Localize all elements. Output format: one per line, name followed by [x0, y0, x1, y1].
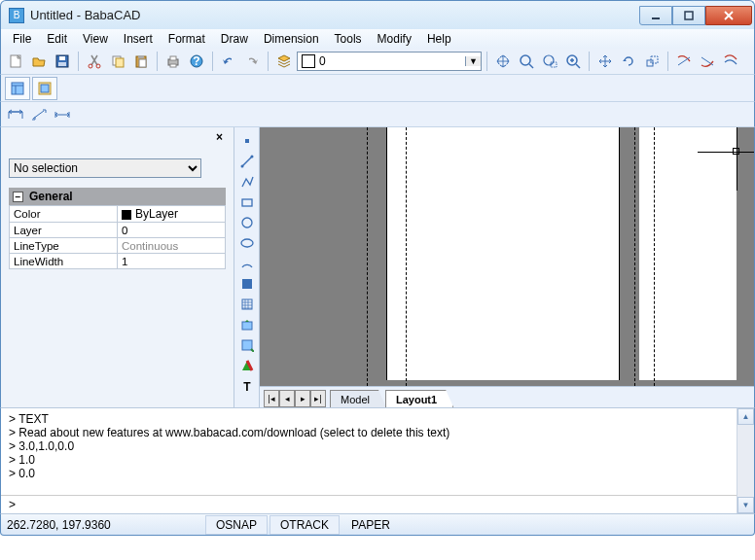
minimize-button[interactable] [639, 6, 672, 25]
scroll-up-icon[interactable]: ▲ [737, 408, 754, 425]
svg-point-19 [521, 55, 530, 65]
layer-color-swatch [302, 54, 315, 68]
open-button[interactable] [28, 51, 50, 72]
svg-point-34 [241, 239, 253, 247]
collapse-icon[interactable]: − [13, 192, 23, 202]
menu-file[interactable]: File [5, 30, 39, 48]
titlebar: B Untitled - BabaCAD [0, 0, 755, 29]
properties-panel-button[interactable] [5, 77, 30, 100]
properties-close-icon[interactable]: × [216, 130, 228, 142]
tab-last-button[interactable]: ▸| [310, 390, 326, 407]
selection-dropdown[interactable]: No selection [9, 158, 201, 178]
properties-table: ColorByLayer Layer0 LineTypeContinuous L… [9, 205, 226, 269]
prop-row-linewidth: LineWidth1 [10, 254, 226, 269]
svg-rect-0 [652, 18, 660, 19]
prop-row-layer: Layer0 [10, 223, 226, 238]
paste-button[interactable] [130, 51, 152, 72]
menu-tools[interactable]: Tools [327, 30, 370, 48]
menu-modify[interactable]: Modify [370, 30, 419, 48]
tab-layout1[interactable]: Layout1 [385, 390, 453, 407]
svg-rect-1 [685, 12, 693, 19]
canvas-wrap: |◂ ◂ ▸ ▸| Model Layout1 [260, 127, 754, 407]
tab-first-button[interactable]: |◂ [264, 390, 279, 407]
text-button[interactable]: T [236, 376, 258, 396]
zoom-in-button[interactable] [562, 51, 584, 72]
menu-view[interactable]: View [75, 30, 116, 48]
redo-button[interactable] [241, 51, 263, 72]
svg-rect-5 [58, 62, 66, 66]
layers-panel-button[interactable] [32, 77, 57, 100]
prop-row-color: ColorByLayer [10, 206, 226, 223]
command-history[interactable]: > TEXT > Read about new features at www.… [1, 408, 737, 495]
svg-rect-35 [242, 279, 252, 289]
zoom-window-button[interactable] [539, 51, 560, 72]
osnap-toggle[interactable]: OSNAP [205, 515, 268, 535]
svg-point-20 [544, 55, 554, 65]
zoom-extents-button[interactable] [516, 51, 537, 72]
layer-combo[interactable]: ▼ [297, 52, 482, 71]
tab-prev-button[interactable]: ◂ [279, 390, 295, 407]
svg-text:T: T [243, 380, 251, 393]
hatch-pattern-button[interactable] [236, 295, 258, 314]
close-button[interactable] [705, 6, 752, 25]
color-swatch-icon [122, 210, 131, 220]
svg-rect-11 [139, 59, 146, 67]
svg-rect-32 [242, 199, 252, 206]
command-input[interactable]: > [1, 495, 737, 513]
scale-button[interactable] [641, 51, 663, 72]
undo-button[interactable] [218, 51, 239, 72]
paper-toggle[interactable]: PAPER [342, 516, 400, 534]
prop-group-header[interactable]: − General [9, 188, 226, 205]
svg-rect-25 [12, 83, 23, 94]
scroll-down-icon[interactable]: ▼ [737, 497, 754, 513]
drawing-canvas[interactable] [260, 127, 754, 386]
svg-rect-15 [170, 64, 176, 67]
help-button[interactable]: ? [186, 51, 207, 72]
dim-horizontal-button[interactable] [52, 104, 73, 125]
point-button[interactable] [236, 131, 258, 151]
tab-model[interactable]: Model [330, 390, 386, 407]
window-title: Untitled - BabaCAD [30, 8, 639, 22]
cut-button[interactable] [84, 51, 105, 72]
pan-button[interactable] [492, 51, 514, 72]
menu-edit[interactable]: Edit [39, 30, 75, 48]
offset-button[interactable] [720, 51, 741, 72]
new-button[interactable] [5, 51, 26, 72]
layer-dropdown-icon[interactable]: ▼ [465, 56, 481, 66]
print-button[interactable] [162, 51, 184, 72]
arc-button[interactable] [236, 254, 258, 273]
maximize-button[interactable] [672, 6, 705, 25]
command-scrollbar[interactable]: ▲ ▼ [737, 408, 754, 513]
layer-value[interactable] [319, 54, 465, 68]
hatch-color-button[interactable] [236, 356, 258, 375]
extend-button[interactable] [697, 51, 718, 72]
hatch-fill-button[interactable] [236, 274, 258, 294]
dim-linear-button[interactable] [5, 104, 26, 125]
circle-button[interactable] [236, 213, 258, 232]
trim-button[interactable] [673, 51, 695, 72]
block-button[interactable] [236, 315, 258, 334]
layout-tabs: |◂ ◂ ▸ ▸| Model Layout1 [260, 386, 754, 407]
dim-aligned-button[interactable] [28, 104, 50, 125]
copy-button[interactable] [107, 51, 128, 72]
menu-insert[interactable]: Insert [116, 30, 161, 48]
svg-text:?: ? [193, 54, 199, 68]
otrack-toggle[interactable]: OTRACK [270, 515, 340, 535]
rotate-button[interactable] [618, 51, 639, 72]
svg-point-31 [250, 156, 253, 158]
tab-next-button[interactable]: ▸ [295, 390, 310, 407]
insert-block-button[interactable] [236, 335, 258, 355]
layers-icon[interactable] [273, 51, 295, 72]
move-button[interactable] [594, 51, 616, 72]
save-button[interactable] [52, 51, 73, 72]
rectangle-button[interactable] [236, 192, 258, 212]
menu-help[interactable]: Help [419, 30, 459, 48]
ellipse-button[interactable] [236, 233, 258, 253]
line-button[interactable] [236, 152, 258, 171]
polyline-button[interactable] [236, 172, 258, 192]
coordinates-readout: 262.7280, 197.9360 [1, 518, 205, 532]
menu-draw[interactable]: Draw [213, 30, 256, 48]
menu-dimension[interactable]: Dimension [256, 30, 327, 48]
menu-format[interactable]: Format [161, 30, 213, 48]
svg-point-6 [89, 64, 92, 68]
